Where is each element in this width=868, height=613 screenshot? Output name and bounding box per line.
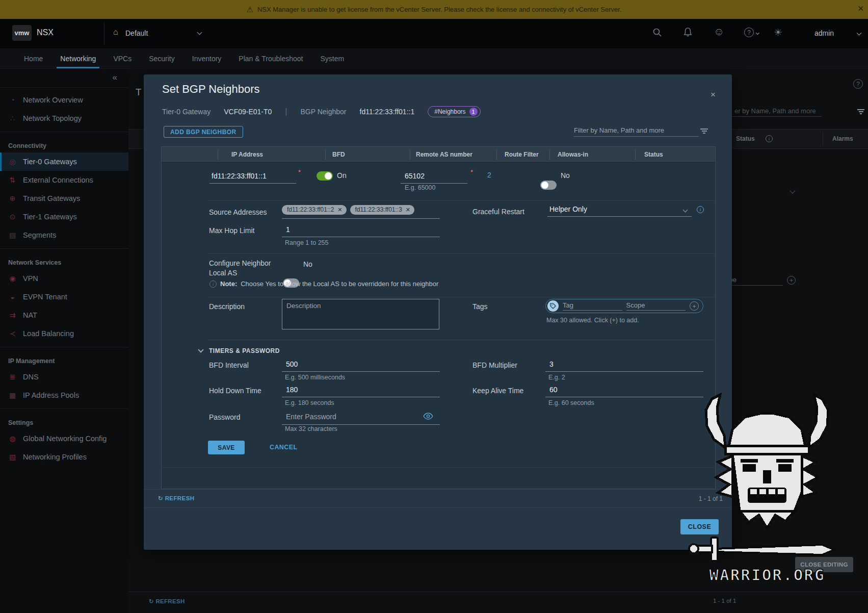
description-textarea[interactable]: [282, 299, 439, 329]
sidebar-collapse-icon[interactable]: «: [113, 72, 117, 83]
bfd-toggle-label: On: [337, 171, 347, 180]
add-bgp-neighbor-button[interactable]: ADD BGP NEIGHBOR: [164, 126, 243, 138]
org-chevron-icon[interactable]: [197, 30, 202, 35]
bfd-multiplier-field[interactable]: 3: [545, 359, 703, 372]
save-button[interactable]: SAVE: [208, 441, 245, 454]
graceful-restart-label: Graceful Restart: [472, 208, 524, 216]
bg-refresh-link[interactable]: ↻ REFRESH: [149, 598, 185, 605]
password-hint: Max 32 characters: [285, 425, 337, 432]
scope-input[interactable]: [626, 301, 686, 311]
tag-input[interactable]: [563, 301, 622, 311]
vpn-icon: ◉: [8, 274, 17, 283]
cancel-button[interactable]: CANCEL: [270, 444, 297, 451]
org-selector[interactable]: Default: [125, 29, 148, 37]
tab-security[interactable]: Security: [140, 48, 183, 68]
timers-section-chevron-icon[interactable]: [198, 347, 203, 352]
tab-vpcs[interactable]: VPCs: [104, 48, 140, 68]
sidebar-section: Network Services◉VPN◒EVPN Tenant⇉NAT≺Loa…: [0, 248, 128, 343]
notifications-bell-icon[interactable]: [683, 27, 693, 37]
sidebar-item-network-overview[interactable]: ◔Network Overview: [0, 91, 128, 109]
grid-column-remote-as-number: Remote AS number: [416, 151, 472, 158]
add-tag-icon[interactable]: +: [690, 301, 699, 311]
sidebar-item-label: Transit Gateways: [23, 194, 80, 202]
dialog-refresh-link[interactable]: ↻ REFRESH: [158, 495, 194, 502]
remote-as-required-asterisk: *: [470, 168, 473, 176]
sidebar-item-segments[interactable]: ▤Segments: [0, 226, 128, 244]
grid-column-status: Status: [644, 151, 663, 158]
sidebar-item-dns[interactable]: ≣DNS: [0, 368, 128, 386]
sidebar-item-label: Network Topology: [23, 114, 82, 122]
chip-remove-icon[interactable]: ✕: [337, 207, 342, 213]
sidebar-item-label: Global Networking Config: [23, 435, 107, 443]
row-ip-address-field[interactable]: fd11:22:33:ff01::1: [209, 171, 296, 184]
sidebar-item-nat[interactable]: ⇉NAT: [0, 306, 128, 324]
user-menu-chevron-icon[interactable]: [857, 31, 862, 36]
bg-filter-fragment: er by Name, Path and more: [734, 107, 816, 115]
help-chevron-icon[interactable]: [756, 31, 759, 35]
source-addresses-field[interactable]: fd11:22:33:ff01::2✕fd11:22:33:ff01::3✕: [282, 205, 440, 219]
bfd-toggle[interactable]: [317, 171, 333, 181]
tab-inventory[interactable]: Inventory: [183, 48, 230, 68]
banner-close-icon[interactable]: ✕: [857, 4, 864, 13]
sidebar-item-global-networking-config[interactable]: ◍Global Networking Config: [0, 429, 128, 448]
dialog-close-icon[interactable]: ×: [711, 90, 716, 100]
bfd-interval-field[interactable]: 500: [282, 359, 440, 372]
bg-close-editing-button[interactable]: CLOSE EDITING: [795, 557, 853, 572]
bg-bottom-divider: [128, 592, 868, 592]
dialog-filter-input[interactable]: [574, 125, 699, 137]
source-address-chip: fd11:22:33:ff01::2✕: [282, 205, 347, 215]
tab-system[interactable]: System: [311, 48, 353, 68]
sidebar-item-label: Networking Profiles: [23, 453, 87, 461]
sidebar-item-label: Load Balancing: [23, 329, 74, 338]
bg-add-tag-icon: +: [787, 276, 796, 285]
sidebar-section: IP Management≣DNS▦IP Address Pools: [0, 347, 128, 404]
row-remote-as-field[interactable]: 65102: [401, 171, 467, 184]
sidebar-item-network-topology[interactable]: ∴Network Topology: [0, 109, 128, 127]
password-eye-icon[interactable]: [423, 413, 433, 422]
network-topology-icon: ∴: [8, 114, 17, 122]
viking-right-horn: [809, 395, 828, 448]
tab-networking[interactable]: Networking: [51, 48, 104, 68]
sidebar-item-label: NAT: [23, 311, 37, 319]
dialog-close-button[interactable]: CLOSE: [680, 519, 719, 534]
grid-header-separator: [325, 149, 326, 160]
tab-plan-troubleshoot[interactable]: Plan & Troubleshoot: [230, 48, 311, 68]
sidebar-item-label: Tier-1 Gateways: [23, 213, 77, 221]
gateway-label: Tier-0 Gateway: [162, 108, 211, 116]
networking-profiles-icon: ▧: [8, 453, 17, 461]
search-icon[interactable]: [652, 28, 662, 37]
hold-down-field[interactable]: 180: [282, 385, 440, 397]
neighbors-count-badge[interactable]: #Neighbors 1: [428, 106, 480, 117]
bg-page-help-icon[interactable]: ?: [853, 79, 863, 89]
password-input[interactable]: [286, 413, 430, 421]
graceful-restart-select[interactable]: Helper Only: [547, 204, 692, 217]
sidebar-item-label: Segments: [23, 231, 56, 239]
sidebar-item-tier0-gateways[interactable]: ◎Tier-0 Gateways: [0, 152, 128, 171]
route-filter-link[interactable]: 2: [487, 171, 491, 179]
help-icon[interactable]: ?: [744, 28, 754, 37]
theme-sun-icon[interactable]: ☀: [774, 27, 782, 38]
sidebar-item-networking-profiles[interactable]: ▧Networking Profiles: [0, 448, 128, 466]
sidebar-item-load-balancing[interactable]: ≺Load Balancing: [0, 324, 128, 343]
user-menu[interactable]: admin: [814, 29, 834, 37]
external-connections-icon: ⇅: [8, 176, 17, 184]
sidebar-collapse-row: «: [0, 69, 128, 88]
sidebar-item-transit-gateways[interactable]: ⊕Transit Gateways: [0, 189, 128, 208]
dialog-filter-funnel-icon[interactable]: [700, 129, 708, 135]
tab-home[interactable]: Home: [15, 48, 51, 68]
sidebar-item-evpn-tenant[interactable]: ◒EVPN Tenant: [0, 288, 128, 306]
keep-alive-field[interactable]: 60: [545, 385, 703, 397]
hold-down-label: Hold Down Time: [209, 387, 261, 395]
sidebar-item-ip-address-pools[interactable]: ▦IP Address Pools: [0, 386, 128, 404]
allowas-in-toggle[interactable]: [540, 181, 557, 190]
sidebar-item-vpn[interactable]: ◉VPN: [0, 269, 128, 288]
chip-remove-icon[interactable]: ✕: [406, 207, 410, 213]
feedback-smiley-icon[interactable]: ☺: [714, 25, 724, 38]
global-networking-config-icon: ◍: [8, 435, 17, 443]
sidebar-item-external-connections[interactable]: ⇅External Connections: [0, 171, 128, 189]
sidebar-item-tier1-gateways[interactable]: ⊙Tier-1 Gateways: [0, 208, 128, 226]
grid-column-ip-address: IP Address: [231, 151, 263, 158]
description-label: Description: [209, 302, 245, 311]
max-hop-limit-field[interactable]: 1: [282, 224, 440, 237]
graceful-restart-info-icon[interactable]: i: [697, 206, 704, 213]
